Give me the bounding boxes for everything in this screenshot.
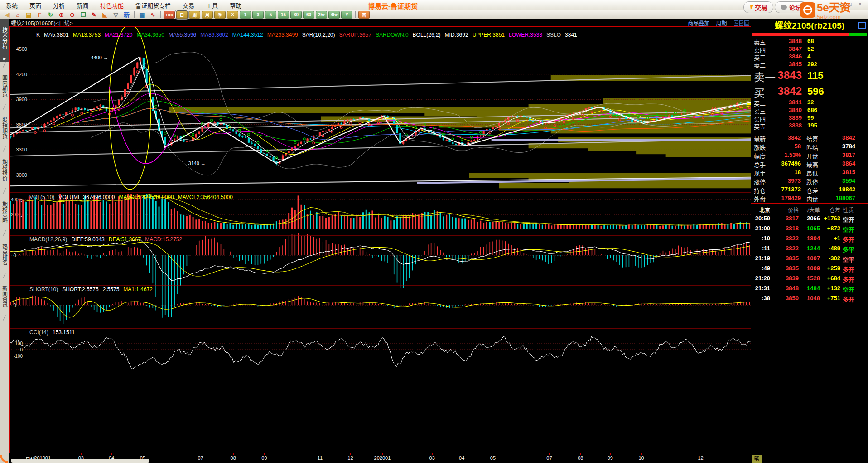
candlestick-chart[interactable]: 4500420039003600330030004400 →3140 →400万…	[9, 26, 751, 453]
level-price: 3841	[777, 99, 802, 106]
ask-row[interactable]: 卖一3843115	[751, 68, 868, 83]
page-icon[interactable]: ▤	[24, 11, 34, 19]
home-icon[interactable]: ⌂	[13, 11, 23, 19]
overlay-link[interactable]: 商品叠加	[688, 19, 709, 27]
f10-icon[interactable]: F	[34, 11, 45, 19]
zoom-out-icon[interactable]: ⊖	[67, 11, 77, 19]
period-button-Tick[interactable]: Tick	[164, 11, 175, 19]
split-view-icon[interactable]: ◫	[744, 20, 749, 26]
period-button-Y[interactable]: Y	[341, 11, 352, 19]
buy-sell-ratio-bar	[752, 33, 867, 36]
bid-row[interactable]: 买五3838195	[751, 122, 868, 129]
menu-系统[interactable]: 系统	[0, 0, 24, 10]
menu-特色功能[interactable]: 特色功能	[94, 0, 130, 10]
period-button-60[interactable]: 60	[303, 11, 314, 19]
ask-row[interactable]: 卖二3845292	[751, 60, 868, 68]
tick-row[interactable]: :1038221804+1多开	[751, 234, 868, 244]
filter-icon[interactable]: ▽	[111, 11, 121, 19]
menu-bar: 系统页面分析新闻特色功能鲁证期货专栏交易工具帮助 博易云-鲁证期货 – □ ×	[0, 0, 868, 10]
tick-row[interactable]: 20:5938172066+1763空开	[751, 214, 868, 224]
sidebar-tab-热点排名[interactable]: 热点排名	[0, 236, 9, 273]
menu-帮助[interactable]: 帮助	[224, 0, 247, 10]
paint-icon[interactable]: ◣	[100, 11, 110, 19]
draw-mode-button[interactable]: 画	[358, 11, 370, 19]
menu-页面[interactable]: 页面	[24, 0, 47, 10]
sidebar-tab-期权报价[interactable]: 期权报价	[0, 152, 9, 188]
chart-canvas[interactable]: 4500420039003600330030004400 →3140 →400万…	[9, 26, 751, 453]
bid-row[interactable]: 买二384132	[751, 98, 868, 106]
svg-text:-100: -100	[14, 354, 23, 359]
menu-交易[interactable]: 交易	[177, 0, 200, 10]
date-label: 11	[318, 455, 323, 461]
period-button-30[interactable]: 30	[290, 11, 302, 19]
col-oi-diff: 仓差	[820, 206, 840, 214]
new-icon[interactable]: 新	[121, 11, 132, 19]
period-button-月[interactable]: 月	[202, 11, 213, 19]
date-label: 07	[546, 455, 552, 461]
tick-price: 3835	[778, 265, 799, 272]
ask-row[interactable]: 卖三38464	[751, 53, 868, 60]
sidebar-tab-国内期货[interactable]: 国内期货	[0, 68, 9, 104]
level-volume: 195	[807, 122, 817, 129]
period-button-15[interactable]: 15	[278, 11, 289, 19]
stat-row: 涨停3973跌停3594	[751, 176, 868, 185]
menu-分析[interactable]: 分析	[47, 0, 71, 10]
tick-row[interactable]: 21:2038391528+684多开	[751, 273, 868, 283]
horizontal-scrollbar[interactable]	[11, 459, 149, 463]
bid-row[interactable]: 买一3842596	[751, 84, 868, 98]
tick-row[interactable]: :3838501048+751多开	[751, 293, 868, 303]
period-button-周[interactable]: 周	[189, 11, 200, 19]
menu-工具[interactable]: 工具	[200, 0, 224, 10]
bid-row[interactable]: 买三3840686	[751, 106, 868, 114]
sidebar-tab-期权策略[interactable]: 期权策略	[0, 194, 9, 230]
tick-row[interactable]: 21:3138481484+132空开	[751, 283, 868, 293]
level-volume: 686	[807, 107, 817, 113]
refresh-icon[interactable]: ↻	[45, 11, 56, 19]
tick-row[interactable]: :1138221244-489多平	[751, 244, 868, 253]
menu-新闻[interactable]: 新闻	[71, 0, 94, 10]
tick-row[interactable]: 21:1938351007-302空平	[751, 253, 868, 263]
period-button-季[interactable]: 季	[214, 11, 226, 19]
period-button-4hr[interactable]: 4hr	[328, 11, 340, 19]
tab-tick-detail[interactable]: 笔	[752, 455, 762, 463]
quote-table-icon[interactable]: ▦	[137, 11, 147, 19]
stat-value: 3817	[825, 151, 855, 158]
tick-oi-diff: +259	[820, 265, 840, 272]
zoom-in-icon[interactable]: ⊕	[56, 11, 67, 19]
svg-text:3140 →: 3140 →	[188, 161, 206, 166]
speech-bubble-icon	[781, 5, 787, 10]
period-button-1[interactable]: 1	[240, 11, 251, 19]
tick-oi-diff: -489	[820, 245, 840, 252]
sidebar: 技术分析▶国内期货股指期货期权报价期权策略热点排名新闻资讯	[0, 19, 9, 463]
back-icon[interactable]: ◀	[2, 11, 12, 19]
tick-price: 3848	[778, 285, 799, 292]
sidebar-tab-新闻资讯[interactable]: 新闻资讯	[0, 278, 9, 315]
prev-contract-icon[interactable]: ⇦	[734, 20, 738, 26]
copy-icon[interactable]: ❐	[78, 11, 88, 19]
maximize-icon[interactable]	[858, 22, 866, 29]
next-contract-icon[interactable]: ⇨	[739, 20, 744, 26]
period-button-3[interactable]: 3	[252, 11, 264, 19]
ask-row[interactable]: 卖四384752	[751, 45, 868, 53]
pencil-icon[interactable]: ✎	[89, 11, 99, 19]
tick-oi-diff: +1763	[820, 215, 840, 222]
level-volume: 32	[807, 99, 814, 106]
menu-鲁证期货专栏[interactable]: 鲁证期货专栏	[130, 0, 177, 10]
ask-row[interactable]: 卖五384868	[751, 37, 868, 45]
bid-row[interactable]: 买四383999	[751, 114, 868, 122]
period-button-5[interactable]: 5	[265, 11, 276, 19]
period-button-2hr[interactable]: 2hr	[316, 11, 327, 19]
active-tab-arrow: ▶	[0, 57, 9, 62]
tick-volume: 1007	[801, 255, 820, 262]
tick-row[interactable]: 21:0038181065+872空开	[751, 224, 868, 234]
period-button-日[interactable]: 日	[176, 11, 188, 19]
sidebar-tab-股指期货[interactable]: 股指期货	[0, 110, 9, 146]
date-label: 10	[638, 455, 644, 461]
tick-row[interactable]: :4938351009+259多开	[751, 263, 868, 273]
corner-watermark-arc	[0, 454, 9, 463]
sidebar-tab-技术分析[interactable]: 技术分析	[0, 19, 9, 57]
period-button-X[interactable]: X	[227, 11, 238, 19]
trade-button[interactable]: 交易	[743, 1, 773, 13]
period-link[interactable]: 周期	[716, 19, 727, 27]
chart-icon[interactable]: ∿	[148, 11, 158, 19]
